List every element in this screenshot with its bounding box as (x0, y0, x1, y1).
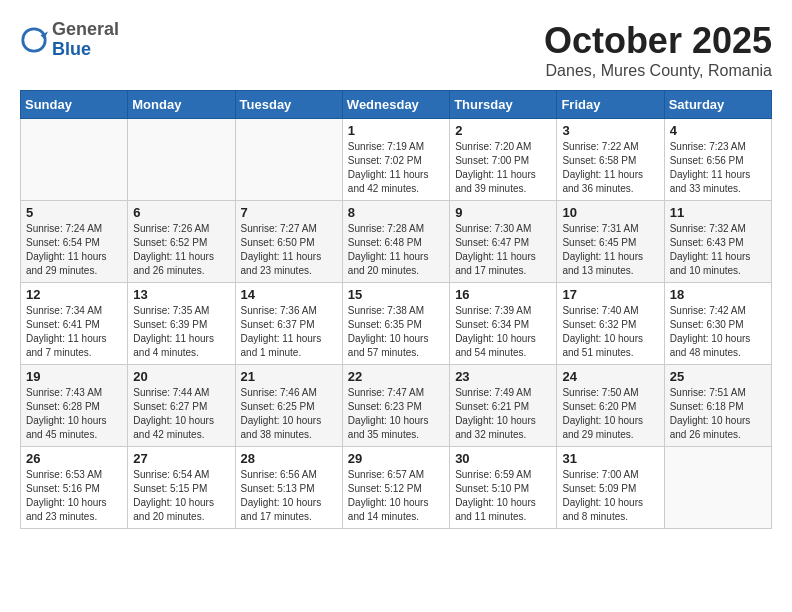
location-subtitle: Danes, Mures County, Romania (544, 62, 772, 80)
day-number: 20 (133, 369, 229, 384)
day-info: Sunrise: 7:43 AM Sunset: 6:28 PM Dayligh… (26, 386, 122, 442)
day-info: Sunrise: 7:19 AM Sunset: 7:02 PM Dayligh… (348, 140, 444, 196)
calendar-cell (128, 119, 235, 201)
calendar-cell: 31Sunrise: 7:00 AM Sunset: 5:09 PM Dayli… (557, 447, 664, 529)
calendar-cell: 4Sunrise: 7:23 AM Sunset: 6:56 PM Daylig… (664, 119, 771, 201)
calendar-week-row: 5Sunrise: 7:24 AM Sunset: 6:54 PM Daylig… (21, 201, 772, 283)
calendar-cell: 9Sunrise: 7:30 AM Sunset: 6:47 PM Daylig… (450, 201, 557, 283)
calendar-cell: 29Sunrise: 6:57 AM Sunset: 5:12 PM Dayli… (342, 447, 449, 529)
day-info: Sunrise: 7:40 AM Sunset: 6:32 PM Dayligh… (562, 304, 658, 360)
day-number: 25 (670, 369, 766, 384)
page-header: General Blue October 2025 Danes, Mures C… (20, 20, 772, 80)
day-number: 18 (670, 287, 766, 302)
day-info: Sunrise: 6:56 AM Sunset: 5:13 PM Dayligh… (241, 468, 337, 524)
day-info: Sunrise: 7:50 AM Sunset: 6:20 PM Dayligh… (562, 386, 658, 442)
day-info: Sunrise: 7:47 AM Sunset: 6:23 PM Dayligh… (348, 386, 444, 442)
calendar-cell: 27Sunrise: 6:54 AM Sunset: 5:15 PM Dayli… (128, 447, 235, 529)
logo-general-text: General (52, 20, 119, 40)
day-info: Sunrise: 7:26 AM Sunset: 6:52 PM Dayligh… (133, 222, 229, 278)
day-info: Sunrise: 7:31 AM Sunset: 6:45 PM Dayligh… (562, 222, 658, 278)
calendar-cell: 28Sunrise: 6:56 AM Sunset: 5:13 PM Dayli… (235, 447, 342, 529)
day-info: Sunrise: 7:27 AM Sunset: 6:50 PM Dayligh… (241, 222, 337, 278)
day-number: 5 (26, 205, 122, 220)
day-info: Sunrise: 7:44 AM Sunset: 6:27 PM Dayligh… (133, 386, 229, 442)
day-info: Sunrise: 6:59 AM Sunset: 5:10 PM Dayligh… (455, 468, 551, 524)
day-info: Sunrise: 6:57 AM Sunset: 5:12 PM Dayligh… (348, 468, 444, 524)
calendar-cell: 21Sunrise: 7:46 AM Sunset: 6:25 PM Dayli… (235, 365, 342, 447)
calendar-cell: 25Sunrise: 7:51 AM Sunset: 6:18 PM Dayli… (664, 365, 771, 447)
calendar-cell: 11Sunrise: 7:32 AM Sunset: 6:43 PM Dayli… (664, 201, 771, 283)
weekday-header-friday: Friday (557, 91, 664, 119)
day-info: Sunrise: 7:30 AM Sunset: 6:47 PM Dayligh… (455, 222, 551, 278)
day-number: 6 (133, 205, 229, 220)
day-number: 8 (348, 205, 444, 220)
day-number: 15 (348, 287, 444, 302)
calendar-cell: 16Sunrise: 7:39 AM Sunset: 6:34 PM Dayli… (450, 283, 557, 365)
weekday-header-row: SundayMondayTuesdayWednesdayThursdayFrid… (21, 91, 772, 119)
day-info: Sunrise: 7:28 AM Sunset: 6:48 PM Dayligh… (348, 222, 444, 278)
day-number: 30 (455, 451, 551, 466)
weekday-header-sunday: Sunday (21, 91, 128, 119)
day-number: 29 (348, 451, 444, 466)
day-number: 16 (455, 287, 551, 302)
day-number: 1 (348, 123, 444, 138)
calendar-cell (235, 119, 342, 201)
day-info: Sunrise: 7:38 AM Sunset: 6:35 PM Dayligh… (348, 304, 444, 360)
day-number: 26 (26, 451, 122, 466)
calendar-table: SundayMondayTuesdayWednesdayThursdayFrid… (20, 90, 772, 529)
calendar-cell (664, 447, 771, 529)
day-info: Sunrise: 7:36 AM Sunset: 6:37 PM Dayligh… (241, 304, 337, 360)
calendar-cell: 15Sunrise: 7:38 AM Sunset: 6:35 PM Dayli… (342, 283, 449, 365)
weekday-header-wednesday: Wednesday (342, 91, 449, 119)
day-number: 23 (455, 369, 551, 384)
day-number: 4 (670, 123, 766, 138)
day-info: Sunrise: 7:00 AM Sunset: 5:09 PM Dayligh… (562, 468, 658, 524)
day-info: Sunrise: 7:35 AM Sunset: 6:39 PM Dayligh… (133, 304, 229, 360)
weekday-header-tuesday: Tuesday (235, 91, 342, 119)
day-info: Sunrise: 7:32 AM Sunset: 6:43 PM Dayligh… (670, 222, 766, 278)
calendar-week-row: 12Sunrise: 7:34 AM Sunset: 6:41 PM Dayli… (21, 283, 772, 365)
calendar-week-row: 19Sunrise: 7:43 AM Sunset: 6:28 PM Dayli… (21, 365, 772, 447)
day-number: 3 (562, 123, 658, 138)
day-info: Sunrise: 7:22 AM Sunset: 6:58 PM Dayligh… (562, 140, 658, 196)
day-number: 22 (348, 369, 444, 384)
day-info: Sunrise: 7:23 AM Sunset: 6:56 PM Dayligh… (670, 140, 766, 196)
calendar-cell: 12Sunrise: 7:34 AM Sunset: 6:41 PM Dayli… (21, 283, 128, 365)
calendar-week-row: 26Sunrise: 6:53 AM Sunset: 5:16 PM Dayli… (21, 447, 772, 529)
calendar-cell: 2Sunrise: 7:20 AM Sunset: 7:00 PM Daylig… (450, 119, 557, 201)
weekday-header-monday: Monday (128, 91, 235, 119)
day-info: Sunrise: 7:24 AM Sunset: 6:54 PM Dayligh… (26, 222, 122, 278)
calendar-cell: 7Sunrise: 7:27 AM Sunset: 6:50 PM Daylig… (235, 201, 342, 283)
logo-icon (20, 26, 48, 54)
calendar-cell: 24Sunrise: 7:50 AM Sunset: 6:20 PM Dayli… (557, 365, 664, 447)
weekday-header-saturday: Saturday (664, 91, 771, 119)
day-number: 21 (241, 369, 337, 384)
day-number: 24 (562, 369, 658, 384)
day-info: Sunrise: 7:51 AM Sunset: 6:18 PM Dayligh… (670, 386, 766, 442)
calendar-cell: 19Sunrise: 7:43 AM Sunset: 6:28 PM Dayli… (21, 365, 128, 447)
day-info: Sunrise: 7:49 AM Sunset: 6:21 PM Dayligh… (455, 386, 551, 442)
calendar-cell: 18Sunrise: 7:42 AM Sunset: 6:30 PM Dayli… (664, 283, 771, 365)
logo-blue-text: Blue (52, 40, 119, 60)
day-info: Sunrise: 7:34 AM Sunset: 6:41 PM Dayligh… (26, 304, 122, 360)
day-info: Sunrise: 7:46 AM Sunset: 6:25 PM Dayligh… (241, 386, 337, 442)
title-block: October 2025 Danes, Mures County, Romani… (544, 20, 772, 80)
calendar-cell: 13Sunrise: 7:35 AM Sunset: 6:39 PM Dayli… (128, 283, 235, 365)
day-number: 19 (26, 369, 122, 384)
day-number: 12 (26, 287, 122, 302)
day-info: Sunrise: 6:53 AM Sunset: 5:16 PM Dayligh… (26, 468, 122, 524)
calendar-cell: 1Sunrise: 7:19 AM Sunset: 7:02 PM Daylig… (342, 119, 449, 201)
day-info: Sunrise: 6:54 AM Sunset: 5:15 PM Dayligh… (133, 468, 229, 524)
day-info: Sunrise: 7:42 AM Sunset: 6:30 PM Dayligh… (670, 304, 766, 360)
logo: General Blue (20, 20, 119, 60)
calendar-cell: 6Sunrise: 7:26 AM Sunset: 6:52 PM Daylig… (128, 201, 235, 283)
calendar-cell: 22Sunrise: 7:47 AM Sunset: 6:23 PM Dayli… (342, 365, 449, 447)
calendar-cell: 30Sunrise: 6:59 AM Sunset: 5:10 PM Dayli… (450, 447, 557, 529)
calendar-cell: 10Sunrise: 7:31 AM Sunset: 6:45 PM Dayli… (557, 201, 664, 283)
calendar-cell: 23Sunrise: 7:49 AM Sunset: 6:21 PM Dayli… (450, 365, 557, 447)
day-number: 11 (670, 205, 766, 220)
day-number: 9 (455, 205, 551, 220)
day-number: 13 (133, 287, 229, 302)
calendar-cell: 5Sunrise: 7:24 AM Sunset: 6:54 PM Daylig… (21, 201, 128, 283)
day-info: Sunrise: 7:39 AM Sunset: 6:34 PM Dayligh… (455, 304, 551, 360)
